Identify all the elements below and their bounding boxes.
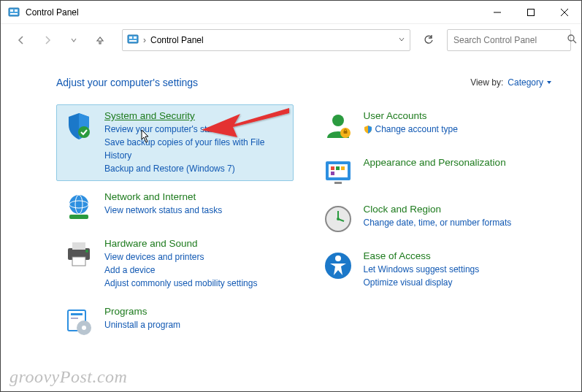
- address-dropdown-icon[interactable]: [398, 35, 405, 45]
- category-link[interactable]: Review your computer's status: [104, 123, 286, 136]
- breadcrumb[interactable]: Control Panel: [150, 35, 394, 45]
- appearance-icon: [323, 157, 353, 188]
- view-by: View by: Category: [470, 77, 552, 88]
- category-link[interactable]: Let Windows suggest settings: [364, 263, 545, 276]
- svg-rect-20: [72, 242, 85, 250]
- chevron-down-icon: [546, 80, 552, 85]
- svg-line-13: [573, 40, 576, 43]
- category-link[interactable]: Save backup copies of your files with Fi…: [104, 136, 286, 162]
- shield-icon: [64, 110, 94, 141]
- category-link[interactable]: View network status and tasks: [104, 204, 286, 217]
- svg-point-28: [332, 115, 344, 126]
- category-ease-of-access[interactable]: Ease of Access Let Windows suggest setti…: [315, 245, 553, 295]
- svg-rect-33: [329, 164, 348, 177]
- category-title[interactable]: System and Security: [104, 110, 195, 121]
- uac-shield-icon: [364, 125, 372, 134]
- category-link[interactable]: Change account type: [375, 123, 458, 136]
- category-hardware[interactable]: Hardware and Sound View devices and prin…: [56, 232, 294, 296]
- svg-point-44: [335, 255, 341, 261]
- svg-rect-8: [128, 35, 138, 43]
- network-icon: [64, 191, 94, 222]
- svg-rect-24: [71, 313, 83, 315]
- svg-rect-38: [334, 182, 342, 184]
- svg-rect-0: [9, 8, 19, 16]
- svg-point-14: [78, 126, 90, 138]
- svg-rect-34: [331, 166, 334, 170]
- category-appearance[interactable]: Appearance and Personalization: [315, 151, 553, 193]
- category-title[interactable]: Appearance and Personalization: [364, 157, 506, 168]
- close-button[interactable]: [548, 1, 581, 24]
- forward-button[interactable]: [37, 30, 58, 50]
- svg-rect-1: [10, 9, 13, 12]
- svg-rect-3: [10, 13, 18, 15]
- svg-rect-21: [72, 257, 85, 266]
- accessibility-icon: [323, 250, 353, 281]
- control-panel-icon: [8, 7, 20, 18]
- category-link[interactable]: Change date, time, or number formats: [364, 216, 545, 229]
- view-by-value: Category: [508, 77, 543, 88]
- control-panel-icon: [127, 34, 139, 47]
- svg-point-12: [568, 35, 574, 41]
- svg-rect-11: [129, 40, 137, 42]
- svg-rect-37: [331, 172, 334, 175]
- category-clock-region[interactable]: Clock and Region Change date, time, or n…: [315, 198, 553, 240]
- category-link[interactable]: View devices and printers: [104, 250, 286, 264]
- svg-rect-36: [341, 166, 345, 170]
- category-title[interactable]: Ease of Access: [364, 250, 431, 261]
- left-column: System and Security Review your computer…: [56, 104, 294, 347]
- svg-point-15: [69, 195, 88, 214]
- right-column: User Accounts Change account type Appear…: [315, 104, 553, 347]
- breadcrumb-chevron[interactable]: ›: [143, 35, 146, 45]
- category-title[interactable]: Programs: [104, 306, 148, 317]
- category-title[interactable]: User Accounts: [364, 110, 427, 121]
- search-box[interactable]: [447, 29, 571, 51]
- content-area: Adjust your computer's settings View by:…: [1, 56, 581, 354]
- view-by-dropdown[interactable]: Category: [508, 77, 552, 88]
- category-link[interactable]: Add a device: [104, 264, 286, 277]
- up-button[interactable]: [90, 30, 110, 50]
- category-title[interactable]: Network and Internet: [104, 191, 196, 202]
- watermark: groovyPost.com: [9, 367, 127, 387]
- user-icon: [323, 110, 353, 141]
- page-title: Adjust your computer's settings: [56, 77, 198, 88]
- printer-icon: [64, 238, 94, 269]
- svg-rect-25: [71, 318, 78, 319]
- address-bar[interactable]: › Control Panel: [122, 29, 410, 51]
- back-button[interactable]: [11, 30, 31, 50]
- nav-row: › Control Panel: [1, 24, 581, 56]
- category-user-accounts[interactable]: User Accounts Change account type: [315, 104, 553, 147]
- category-programs[interactable]: Programs Uninstall a program: [56, 300, 294, 342]
- category-network[interactable]: Network and Internet View network status…: [56, 185, 294, 228]
- search-icon[interactable]: [567, 34, 577, 46]
- svg-rect-9: [129, 36, 132, 39]
- category-title[interactable]: Clock and Region: [364, 204, 442, 215]
- svg-rect-35: [336, 166, 340, 170]
- svg-rect-10: [134, 36, 137, 39]
- svg-rect-18: [69, 215, 88, 219]
- category-link[interactable]: Backup and Restore (Windows 7): [104, 162, 286, 175]
- search-input[interactable]: [453, 35, 563, 45]
- svg-point-27: [82, 326, 86, 330]
- svg-rect-5: [528, 9, 535, 15]
- maximize-button[interactable]: [514, 1, 548, 24]
- category-link[interactable]: Uninstall a program: [104, 318, 286, 331]
- minimize-button[interactable]: [480, 1, 514, 24]
- recent-dropdown[interactable]: [64, 30, 84, 50]
- svg-rect-2: [15, 9, 18, 12]
- category-system-security[interactable]: System and Security Review your computer…: [56, 104, 294, 181]
- category-title[interactable]: Hardware and Sound: [104, 238, 198, 249]
- titlebar: Control Panel: [1, 1, 581, 24]
- window-title: Control Panel: [26, 7, 480, 18]
- clock-icon: [323, 204, 353, 234]
- refresh-button[interactable]: [416, 29, 441, 51]
- view-by-label: View by:: [470, 77, 503, 88]
- category-link[interactable]: Optimize visual display: [364, 276, 545, 289]
- programs-icon: [64, 306, 94, 337]
- category-link[interactable]: Adjust commonly used mobility settings: [104, 277, 286, 290]
- svg-point-22: [85, 250, 88, 253]
